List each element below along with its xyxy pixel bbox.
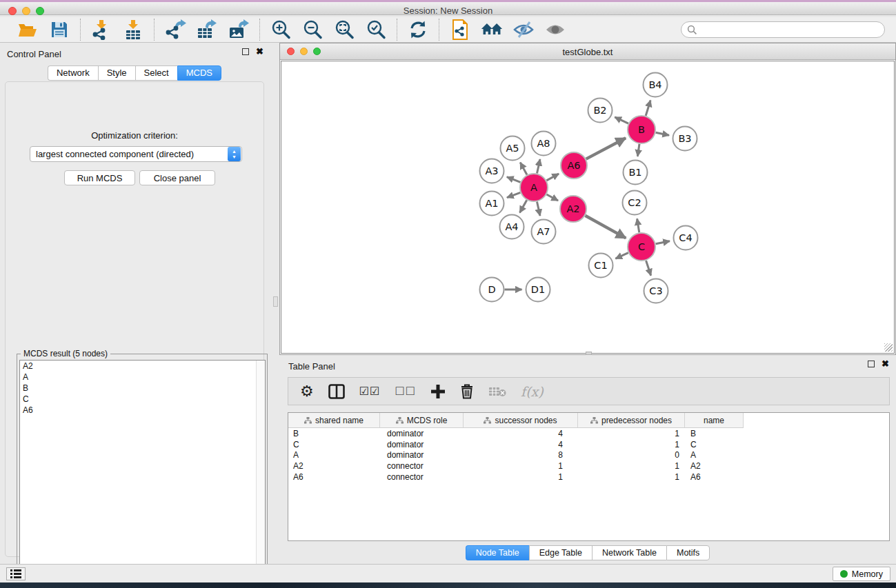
graph-edge[interactable] bbox=[546, 194, 558, 201]
run-mcds-button[interactable]: Run MCDS bbox=[64, 170, 135, 185]
graph-edge[interactable] bbox=[507, 177, 521, 183]
close-panel-icon[interactable]: ✖ bbox=[256, 48, 263, 55]
split-pane-handle[interactable] bbox=[586, 352, 592, 355]
column-header-successor-nodes[interactable]: successor nodes bbox=[464, 413, 578, 428]
cell-shared-name[interactable]: A6 bbox=[288, 472, 380, 482]
graph-edge[interactable] bbox=[656, 132, 669, 135]
import-table-icon[interactable] bbox=[122, 19, 144, 41]
cell-predecessor[interactable]: 0 bbox=[578, 450, 685, 460]
graph-edge[interactable] bbox=[520, 163, 527, 175]
column-header-name[interactable]: name bbox=[685, 413, 744, 428]
delete-table-icon[interactable] bbox=[488, 386, 506, 397]
cell-mcds-role[interactable]: connector bbox=[380, 461, 464, 471]
cell-successor[interactable]: 4 bbox=[464, 440, 578, 449]
tab-edge-table[interactable]: Edge Table bbox=[529, 545, 592, 560]
cell-name[interactable]: B bbox=[685, 429, 744, 438]
cell-predecessor[interactable]: 1 bbox=[578, 429, 685, 438]
node-table[interactable]: shared name MCDS role successor nodes pr… bbox=[288, 412, 890, 541]
scrollbar[interactable] bbox=[256, 361, 265, 587]
tab-node-table[interactable]: Node Table bbox=[466, 545, 529, 560]
cell-successor[interactable]: 8 bbox=[464, 450, 578, 460]
tab-network[interactable]: Network bbox=[48, 65, 98, 81]
column-header-predecessor-nodes[interactable]: predecessor nodes bbox=[578, 413, 685, 428]
cell-name[interactable]: A2 bbox=[685, 461, 744, 471]
cell-predecessor[interactable]: 1 bbox=[578, 472, 685, 482]
hide-eye-icon[interactable] bbox=[512, 19, 535, 41]
list-item[interactable]: B bbox=[20, 383, 265, 394]
table-row[interactable]: A dominator 8 0 A bbox=[288, 450, 889, 461]
tab-select[interactable]: Select bbox=[135, 65, 177, 81]
list-item[interactable]: A6 bbox=[20, 405, 265, 416]
refresh-icon[interactable] bbox=[407, 19, 429, 41]
cell-name[interactable]: A bbox=[685, 450, 744, 460]
graph-edge[interactable] bbox=[537, 202, 539, 216]
mcds-result-list[interactable]: A2 A B C A6 bbox=[19, 360, 266, 587]
export-network-icon[interactable] bbox=[164, 19, 186, 41]
graph-edge[interactable] bbox=[586, 138, 626, 159]
add-column-icon[interactable] bbox=[430, 384, 446, 399]
tab-motifs[interactable]: Motifs bbox=[666, 545, 710, 560]
zoom-fit-icon[interactable] bbox=[333, 19, 355, 41]
graph-edge[interactable] bbox=[637, 219, 639, 232]
cell-mcds-role[interactable]: connector bbox=[380, 472, 464, 482]
network-window-titlebar[interactable]: testGlobe.txt bbox=[280, 43, 895, 60]
graph-edge[interactable] bbox=[507, 192, 520, 197]
close-panel-button[interactable]: Close panel bbox=[139, 170, 215, 185]
tab-mcds[interactable]: MCDS bbox=[177, 65, 221, 81]
table-row[interactable]: C dominator 4 1 C bbox=[288, 439, 889, 450]
cell-name[interactable]: C bbox=[685, 440, 744, 449]
cell-shared-name[interactable]: A bbox=[288, 450, 380, 460]
search-field[interactable] bbox=[681, 21, 885, 38]
column-header-shared-name[interactable]: shared name bbox=[288, 413, 380, 428]
task-history-button[interactable] bbox=[6, 567, 26, 580]
network-canvas[interactable]: B4B2BB3A8A5A6A3B1AC2A1A2A4A7C4CC1C3DD1 bbox=[281, 61, 895, 354]
search-input[interactable] bbox=[697, 23, 884, 37]
column-view-icon[interactable] bbox=[328, 384, 345, 399]
cell-successor[interactable]: 4 bbox=[464, 429, 578, 438]
table-row[interactable]: A2 connector 1 1 A2 bbox=[288, 460, 889, 472]
cell-predecessor[interactable]: 1 bbox=[578, 461, 685, 471]
close-panel-icon[interactable]: ✖ bbox=[882, 361, 889, 367]
table-settings-icon[interactable]: ⚙ bbox=[300, 384, 314, 399]
save-session-icon[interactable] bbox=[48, 19, 70, 41]
cell-name[interactable]: A6 bbox=[685, 472, 744, 482]
table-row[interactable]: B dominator 4 1 B bbox=[288, 428, 889, 439]
export-image-icon[interactable] bbox=[228, 19, 250, 41]
split-pane-handle[interactable] bbox=[273, 296, 278, 307]
graph-edge[interactable] bbox=[546, 174, 559, 181]
list-item[interactable]: A bbox=[20, 372, 265, 383]
float-panel-icon[interactable] bbox=[242, 48, 249, 55]
homes-icon[interactable] bbox=[481, 19, 503, 41]
document-network-icon[interactable] bbox=[449, 19, 471, 41]
show-eye-icon[interactable] bbox=[544, 19, 566, 41]
deselect-all-icon[interactable]: ☐☐ bbox=[395, 385, 416, 398]
criterion-dropdown[interactable]: largest connected component (directed) ▲… bbox=[30, 146, 242, 162]
tab-style[interactable]: Style bbox=[98, 65, 135, 81]
graph-edge[interactable] bbox=[537, 159, 539, 174]
network-graph[interactable]: B4B2BB3A8A5A6A3B1AC2A1A2A4A7C4CC1C3DD1 bbox=[281, 61, 894, 353]
cell-successor[interactable]: 1 bbox=[464, 461, 578, 471]
import-network-icon[interactable] bbox=[90, 19, 112, 41]
cell-successor[interactable]: 1 bbox=[464, 472, 578, 482]
cell-shared-name[interactable]: B bbox=[288, 429, 380, 438]
float-panel-icon[interactable] bbox=[868, 361, 875, 367]
graph-edge[interactable] bbox=[520, 200, 527, 212]
cell-mcds-role[interactable]: dominator bbox=[380, 429, 464, 438]
cell-predecessor[interactable]: 1 bbox=[578, 440, 685, 449]
graph-edge[interactable] bbox=[656, 241, 670, 244]
table-row[interactable]: A6 connector 1 1 A6 bbox=[288, 472, 889, 483]
graph-edge[interactable] bbox=[585, 216, 626, 239]
graph-edge[interactable] bbox=[615, 253, 628, 258]
list-item[interactable]: A2 bbox=[20, 361, 265, 372]
zoom-in-icon[interactable] bbox=[270, 19, 292, 41]
graph-edge[interactable] bbox=[615, 117, 628, 123]
tab-network-table[interactable]: Network Table bbox=[592, 545, 666, 560]
cell-mcds-role[interactable]: dominator bbox=[380, 440, 464, 449]
graph-edge[interactable] bbox=[646, 261, 651, 276]
column-header-mcds-role[interactable]: MCDS role bbox=[380, 413, 464, 428]
zoom-selected-icon[interactable] bbox=[365, 19, 387, 41]
zoom-out-icon[interactable] bbox=[301, 19, 323, 41]
open-session-icon[interactable] bbox=[17, 19, 39, 41]
cell-mcds-role[interactable]: dominator bbox=[380, 450, 464, 460]
cell-shared-name[interactable]: A2 bbox=[288, 461, 380, 471]
